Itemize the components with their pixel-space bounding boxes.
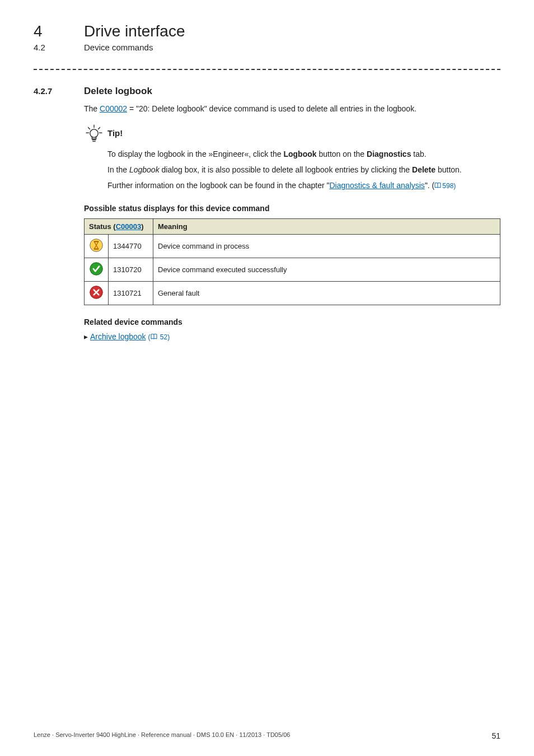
table-row: 1310721 General fault <box>85 281 500 305</box>
status-table-heading: Possible status displays for this device… <box>84 204 500 213</box>
chapter-header: 4 Drive interface <box>34 22 500 40</box>
tip-block: Tip! <box>84 124 500 144</box>
book-icon <box>151 334 157 339</box>
tip-line-2: In the Logbook dialog box, it is also po… <box>107 164 500 175</box>
status-code: 1344770 <box>109 234 153 258</box>
arrow-icon: ▸ <box>84 332 88 341</box>
section-number: 4.2 <box>34 43 84 52</box>
tip-text-frag: To display the logbook in the »Engineer«… <box>107 150 283 158</box>
intro-suffix: = "20: Delete logbook" device command is… <box>127 104 416 113</box>
check-icon <box>89 262 104 276</box>
related-heading: Related device commands <box>84 318 500 326</box>
tip-text-frag: dialog box, it is also possible to delet… <box>160 165 412 174</box>
status-meaning: Device command in process <box>153 234 500 258</box>
col-label-frag: Status ( <box>89 222 116 231</box>
tip-text-frag: tab. <box>411 150 426 158</box>
lightbulb-icon <box>84 124 104 144</box>
tip-text-frag: Further information on the logbook can b… <box>107 181 329 190</box>
page-footer: Lenze · Servo-Inverter 9400 HighLine · R… <box>34 731 500 740</box>
subsection-number: 4.2.7 <box>34 86 84 96</box>
status-icon-cell <box>85 258 109 281</box>
tip-bold: Logbook <box>283 150 316 158</box>
status-meaning: Device command executed successfully <box>153 258 500 281</box>
tip-line-1: To display the logbook in the »Engineer«… <box>107 148 500 160</box>
tip-text-frag: button on the <box>317 150 367 158</box>
subsection-header: 4.2.7 Delete logbook <box>34 86 500 97</box>
status-code: 1310721 <box>109 281 153 305</box>
page-ref: 598 <box>442 182 453 190</box>
related-page-ref: ( 52) <box>148 333 170 341</box>
diagnostics-link[interactable]: Diagnostics & fault analysis <box>329 181 424 190</box>
status-code: 1310720 <box>109 258 153 281</box>
tip-bold: Diagnostics <box>367 150 411 158</box>
section-header: 4.2 Device commands <box>34 43 500 52</box>
subsection-title: Delete logbook <box>84 86 152 97</box>
svg-line-2 <box>98 127 100 129</box>
table-row: 1344770 Device command in process <box>85 234 500 258</box>
tip-label: Tip! <box>107 124 123 138</box>
code-link-c00002[interactable]: C00002 <box>100 104 127 113</box>
status-icon-cell <box>85 234 109 258</box>
intro-prefix: The <box>84 104 100 113</box>
page-number-ref: 52 <box>160 333 167 341</box>
cross-icon <box>89 285 104 300</box>
chapter-number: 4 <box>34 22 84 40</box>
col-status: Status (C00003) <box>85 218 153 234</box>
footer-text: Lenze · Servo-Inverter 9400 HighLine · R… <box>34 731 290 740</box>
book-icon <box>434 183 441 188</box>
svg-point-5 <box>90 129 98 137</box>
svg-line-1 <box>88 127 90 129</box>
code-link-c00003[interactable]: C00003 <box>116 222 142 231</box>
page-number: 51 <box>491 731 500 740</box>
tip-text-frag: ) <box>453 182 456 190</box>
section-title: Device commands <box>84 43 153 52</box>
col-meaning: Meaning <box>153 218 500 234</box>
svg-point-11 <box>90 262 103 275</box>
divider <box>34 69 500 70</box>
chapter-title: Drive interface <box>84 22 185 40</box>
tip-bold: Delete <box>412 165 435 174</box>
archive-logbook-link[interactable]: Archive logbook <box>90 332 146 341</box>
tip-italic: Logbook <box>129 165 160 174</box>
status-meaning: General fault <box>153 281 500 305</box>
related-item: ▸Archive logbook ( 52) <box>84 332 500 341</box>
tip-text-frag: ". ( <box>425 181 434 190</box>
tip-text-frag: button. <box>435 165 462 174</box>
status-table: Status (C00003) Meaning 1344770 Device c… <box>84 218 500 305</box>
tip-text-frag: In the <box>107 165 129 174</box>
table-row: 1310720 Device command executed successf… <box>85 258 500 281</box>
hourglass-icon <box>89 238 104 253</box>
table-header-row: Status (C00003) Meaning <box>85 218 500 234</box>
col-label-frag: ) <box>141 222 143 231</box>
status-icon-cell <box>85 281 109 305</box>
tip-line-3: Further information on the logbook can b… <box>107 180 500 191</box>
intro-paragraph: The C00002 = "20: Delete logbook" device… <box>84 104 500 115</box>
